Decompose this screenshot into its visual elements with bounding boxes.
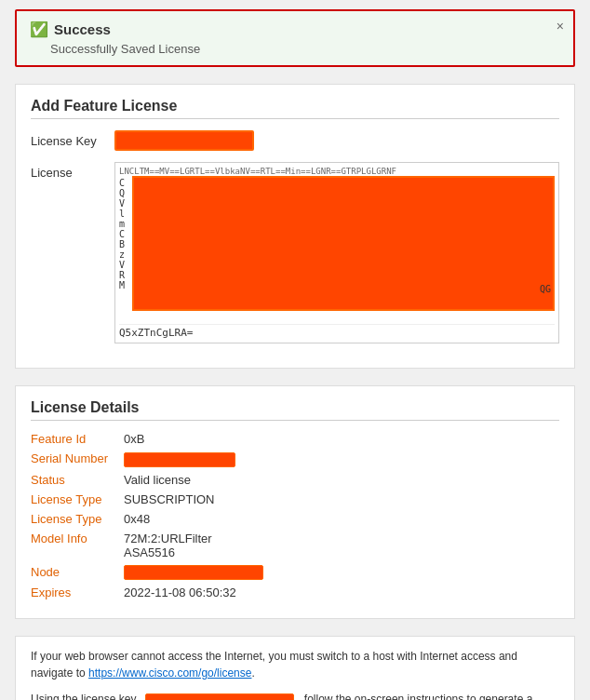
license-body-redacted bbox=[132, 176, 555, 311]
detail-license-type-1: License Type SUBSCRIPTION bbox=[31, 492, 559, 506]
textarea-qg: QG bbox=[540, 284, 551, 294]
license-key-label: License Key bbox=[31, 130, 114, 148]
expires-label: Expires bbox=[31, 586, 124, 599]
alert-title: Success bbox=[54, 21, 111, 37]
license-key-field bbox=[114, 130, 559, 151]
success-alert: ✅ Success Successfully Saved License × bbox=[15, 9, 575, 67]
license-key-row: License Key bbox=[31, 130, 559, 151]
license-type-2-label: License Type bbox=[31, 512, 124, 526]
info-section: If your web browser cannot access the In… bbox=[15, 636, 575, 700]
serial-number-value bbox=[124, 451, 559, 467]
node-label: Node bbox=[31, 565, 124, 579]
license-type-1-label: License Type bbox=[31, 492, 124, 506]
license-key-inline-redacted bbox=[145, 693, 294, 700]
model-info-label: Model Info bbox=[31, 532, 124, 545]
license-textarea-wrapper: LNCLTM==MV==LGRTL==VlbkaNV==RTL==Min==LG… bbox=[114, 162, 559, 343]
detail-license-type-2: License Type 0x48 bbox=[31, 512, 559, 526]
info-para-2: Using the license key, , follow the on-s… bbox=[31, 691, 559, 700]
detail-serial-number: Serial Number bbox=[31, 451, 559, 467]
alert-message: Successfully Saved License bbox=[50, 42, 560, 56]
feature-id-value: 0xB bbox=[124, 432, 559, 446]
add-license-section: Add Feature License License Key License … bbox=[15, 84, 575, 369]
license-label: License bbox=[31, 162, 114, 180]
add-license-title: Add Feature License bbox=[31, 98, 559, 119]
success-icon: ✅ bbox=[30, 20, 48, 38]
info-para1-suffix: . bbox=[251, 666, 254, 680]
node-redacted bbox=[124, 565, 263, 580]
serial-number-label: Serial Number bbox=[31, 451, 124, 465]
license-row: License LNCLTM==MV==LGRTL==VlbkaNV==RTL=… bbox=[31, 162, 559, 343]
node-value bbox=[124, 565, 559, 581]
feature-id-label: Feature Id bbox=[31, 432, 124, 446]
license-key-redacted[interactable] bbox=[114, 130, 254, 151]
detail-expires: Expires 2022-11-08 06:50:32 bbox=[31, 586, 559, 599]
cisco-license-link[interactable]: https://www.cisco.com/go/license bbox=[88, 666, 251, 680]
textarea-bottom-line: Q5xZTnCgLRA= bbox=[119, 324, 555, 339]
info-para2-prefix: Using the license key, bbox=[31, 693, 141, 700]
license-details-section: License Details Feature Id 0xB Serial Nu… bbox=[15, 385, 575, 619]
textarea-top-line: LNCLTM==MV==LGRTL==VlbkaNV==RTL==Min==LG… bbox=[119, 167, 555, 176]
textarea-body: C Q V l m C B z V R M bbox=[119, 176, 555, 320]
alert-close-button[interactable]: × bbox=[556, 19, 564, 34]
detail-node: Node bbox=[31, 565, 559, 581]
license-type-2-value: 0x48 bbox=[124, 512, 559, 526]
license-textarea[interactable]: LNCLTM==MV==LGRTL==VlbkaNV==RTL==Min==LG… bbox=[114, 162, 559, 343]
status-value: Valid license bbox=[124, 473, 559, 487]
detail-model-info: Model Info 72M:2:URLFilterASA5516 bbox=[31, 532, 559, 559]
license-type-1-value: SUBSCRIPTION bbox=[124, 492, 559, 506]
info-para-1: If your web browser cannot access the In… bbox=[31, 648, 559, 681]
detail-status: Status Valid license bbox=[31, 473, 559, 487]
serial-number-redacted bbox=[124, 452, 235, 467]
detail-feature-id: Feature Id 0xB bbox=[31, 432, 559, 446]
model-info-value: 72M:2:URLFilterASA5516 bbox=[124, 532, 559, 559]
status-label: Status bbox=[31, 473, 124, 487]
license-details-title: License Details bbox=[31, 399, 559, 421]
expires-value: 2022-11-08 06:50:32 bbox=[124, 586, 559, 599]
